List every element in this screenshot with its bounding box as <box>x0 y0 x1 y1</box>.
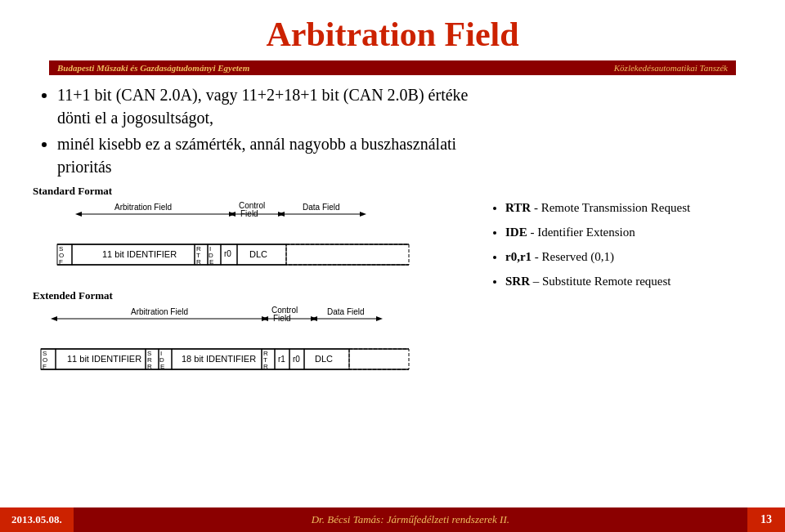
svg-text:r0: r0 <box>293 355 300 364</box>
svg-text:F: F <box>43 363 47 370</box>
svg-text:Arbitration Field: Arbitration Field <box>114 203 172 212</box>
right-panel: RTR - Remote Transmission Request IDE - … <box>491 83 752 393</box>
svg-text:Data Field: Data Field <box>303 203 340 212</box>
svg-text:R: R <box>147 363 152 370</box>
extended-format-label: Extended Format <box>33 289 474 302</box>
footer: 2013.05.08. Dr. Bécsi Tamás: Járműfedélz… <box>0 507 785 532</box>
svg-text:R: R <box>196 258 201 266</box>
svg-marker-35 <box>51 316 57 321</box>
university-banner: Budapesti Műszaki és Gazdaságtudományi E… <box>49 60 736 75</box>
page-header: Arbitration Field <box>0 0 785 60</box>
svg-text:E: E <box>209 258 213 266</box>
def-srr: SRR – Substitute Remote request <box>505 271 752 291</box>
diagram-area: Standard Format Arbitration Field Contro… <box>33 185 474 393</box>
footer-page: 13 <box>747 507 785 532</box>
svg-text:DLC: DLC <box>249 249 267 259</box>
svg-text:Arbitration Field: Arbitration Field <box>131 307 188 316</box>
svg-text:E: E <box>160 363 164 370</box>
svg-text:Field: Field <box>273 314 291 323</box>
main-content: 11+1 bit (CAN 2.0A), vagy 11+2+18+1 bit … <box>0 75 785 393</box>
bullet-2: minél kisebb ez a számérték, annál nagyo… <box>57 132 474 178</box>
extended-format-diagram: Arbitration Field Control Field Data Fie… <box>33 304 458 390</box>
svg-rect-75 <box>349 349 409 369</box>
svg-text:18 bit IDENTIFIER: 18 bit IDENTIFIER <box>182 354 256 364</box>
university-name: Budapesti Műszaki és Gazdaságtudományi E… <box>57 63 249 73</box>
department-name: Közlekedésautomatikai Tanszék <box>614 63 728 73</box>
svg-text:F: F <box>59 258 63 266</box>
svg-marker-45 <box>376 316 383 321</box>
bullet-1: 11+1 bit (CAN 2.0A), vagy 11+2+18+1 bit … <box>57 83 474 129</box>
svg-text:r0: r0 <box>224 249 231 258</box>
bullet-list: 11+1 bit (CAN 2.0A), vagy 11+2+18+1 bit … <box>33 83 474 178</box>
svg-text:Field: Field <box>240 209 258 218</box>
def-r0r1: r0,r1 - Reserved (0,1) <box>505 247 752 266</box>
svg-text:R: R <box>263 363 268 370</box>
standard-format-label: Standard Format <box>33 185 474 198</box>
footer-date: 2013.05.08. <box>0 507 74 532</box>
def-ide: IDE - Identifier Extension <box>505 222 752 242</box>
def-rtr: RTR - Remote Transmission Request <box>505 198 752 217</box>
svg-text:11 bit IDENTIFIER: 11 bit IDENTIFIER <box>102 249 177 259</box>
svg-rect-33 <box>286 244 409 265</box>
footer-title: Dr. Bécsi Tamás: Járműfedélzeti rendszer… <box>74 513 747 526</box>
svg-text:11 bit IDENTIFIER: 11 bit IDENTIFIER <box>67 354 141 364</box>
left-panel: 11+1 bit (CAN 2.0A), vagy 11+2+18+1 bit … <box>33 83 474 393</box>
svg-text:r1: r1 <box>278 355 285 364</box>
page-title: Arbitration Field <box>0 15 785 54</box>
standard-format-diagram: Arbitration Field Control Field Data Fie… <box>33 199 458 281</box>
svg-marker-1 <box>75 212 82 217</box>
definitions-list: RTR - Remote Transmission Request IDE - … <box>505 198 752 291</box>
svg-marker-11 <box>360 212 366 217</box>
svg-text:Data Field: Data Field <box>327 307 365 316</box>
svg-text:DLC: DLC <box>315 354 333 364</box>
